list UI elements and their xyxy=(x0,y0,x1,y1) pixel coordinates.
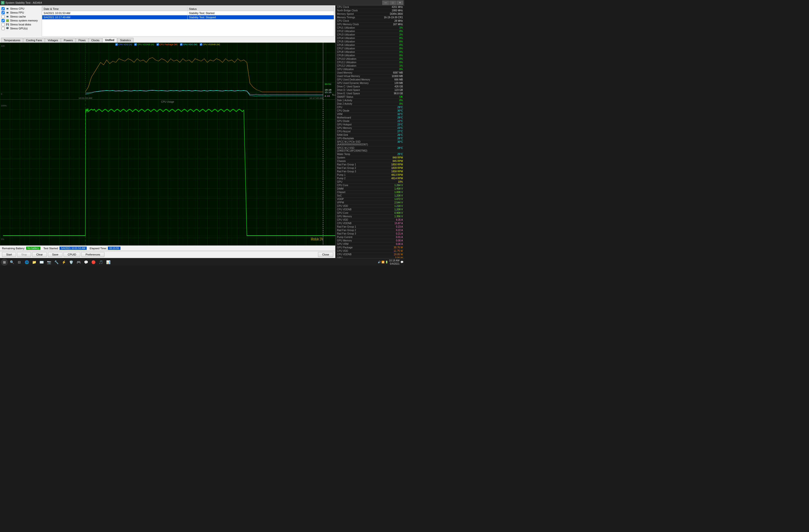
info-row: GPU Diode22°C xyxy=(335,119,404,123)
cpuid-button[interactable]: CPUID xyxy=(64,252,80,257)
taskbar-app3[interactable]: 🛡️ xyxy=(68,259,74,265)
log-status-1: Stability Test: Started xyxy=(187,11,334,15)
stress-disks-checkbox[interactable] xyxy=(1,23,5,26)
info-row: System848 RPM xyxy=(335,156,404,159)
taskbar-app4[interactable]: 🎮 xyxy=(75,259,82,265)
info-label: RAM-Sink xyxy=(337,134,383,136)
legend-cpuvddnbw[interactable]: CPU VDDNB (W) xyxy=(200,43,220,46)
info-label: Rad Fan Group 3 xyxy=(337,232,383,235)
window-close-button[interactable]: ✕ xyxy=(396,0,403,5)
minimize-button[interactable]: — xyxy=(382,0,389,5)
info-row: Rad Fan Group 11850 RPM xyxy=(335,163,404,166)
info-row: Motherboard29°C xyxy=(335,116,404,119)
legend-cpuvdd-check[interactable] xyxy=(115,43,118,46)
info-row: RAM-Sink26°C xyxy=(335,133,404,137)
taskbar-mail[interactable]: ✉️ xyxy=(38,259,45,265)
taskbar-explorer[interactable]: 📁 xyxy=(31,259,37,265)
info-value: 98.8 GB xyxy=(383,92,403,95)
stop-button[interactable]: Stop xyxy=(17,252,31,257)
stress-disks-label: Stress local disks xyxy=(10,23,31,26)
info-value: 30°C xyxy=(383,109,403,112)
tab-voltages[interactable]: Voltages xyxy=(45,38,61,42)
info-value: 2.544 V xyxy=(383,201,403,204)
legend-cpuvdo-check[interactable] xyxy=(180,43,183,46)
info-label: GPU xyxy=(337,181,383,183)
start-menu-button[interactable]: ⊞ xyxy=(1,259,8,265)
info-value: 139 MB xyxy=(383,82,403,84)
stress-gpus-checkbox[interactable] xyxy=(1,27,5,30)
log-row-selected[interactable]: 5/4/2021 10:17:49 AM Stability Test: Sto… xyxy=(42,15,334,19)
legend-cpupkg-check[interactable] xyxy=(156,43,159,46)
legend-cpuvddnb[interactable]: CPU VDDNB (A) xyxy=(134,43,154,46)
stress-option-memory[interactable]: 🟩 Stress system memory xyxy=(1,19,39,22)
taskbar-app5[interactable]: 💬 xyxy=(83,259,89,265)
graphs-section: CPU VDD (A) CPU VDDNB (A) CPU Package (W… xyxy=(0,43,335,245)
info-value: 25°C xyxy=(383,153,403,156)
stress-option-fpu[interactable]: 💻 Stress FPU xyxy=(1,11,39,14)
info-label: CPU11 Utilization xyxy=(337,61,383,64)
info-label: CPU Clock xyxy=(337,19,383,22)
tab-temperatures[interactable]: Temperatures xyxy=(1,38,23,42)
taskbar-app1[interactable]: 🔧 xyxy=(53,259,60,265)
info-row: CPU4 Utilization0% xyxy=(335,36,404,40)
stress-cache-checkbox[interactable] xyxy=(1,15,5,18)
info-label: VPPM xyxy=(337,201,383,204)
tab-flows[interactable]: Flows xyxy=(76,38,88,42)
stress-option-disks[interactable]: 💾 Stress local disks xyxy=(1,23,39,26)
info-row: Chipset1.008 V xyxy=(335,191,404,194)
info-value: 1.008 V xyxy=(383,191,403,193)
info-label: Drive C: Used Space xyxy=(337,85,383,88)
annotation-18: 18.18 xyxy=(325,89,331,91)
taskbar-camera[interactable]: 📷 xyxy=(46,259,52,265)
notification-icon[interactable]: 💬 xyxy=(400,261,403,263)
stress-memory-checkbox[interactable] xyxy=(1,19,5,22)
tab-cooling-fans[interactable]: Cooling Fans xyxy=(23,38,45,42)
info-value: DDR4-3800 xyxy=(383,13,403,15)
taskbar-app2[interactable]: ⚡ xyxy=(60,259,67,265)
tab-unified[interactable]: Unified xyxy=(102,37,117,42)
info-value: 29°C xyxy=(383,116,403,119)
legend-cpuvdd[interactable]: CPU VDD (A) xyxy=(115,43,132,46)
info-value: 1.356 V xyxy=(383,215,403,218)
clear-button[interactable]: Clear xyxy=(32,252,47,257)
legend-cpuvddnbw-check[interactable] xyxy=(200,43,202,46)
stress-fpu-checkbox[interactable] xyxy=(1,11,5,14)
info-label: GPU Memory xyxy=(337,127,383,130)
log-row[interactable]: 5/4/2021 10:01:53 AM Stability Test: Sta… xyxy=(42,11,334,15)
stress-option-cache[interactable]: 💻 Stress cache xyxy=(1,15,39,18)
gpus-icon: 🖥️ xyxy=(6,27,9,30)
info-value: 22°C xyxy=(383,120,403,122)
tab-powers[interactable]: Powers xyxy=(61,38,75,42)
test-started-value: 5/4/2021 10:01:53 AM xyxy=(59,246,87,250)
upper-graph: CPU VDD (A) CPU VDDNB (A) CPU Package (W… xyxy=(0,43,335,100)
legend-cpupkg[interactable]: CPU Package (W) xyxy=(156,43,178,46)
taskbar-search[interactable]: 🔍 xyxy=(8,259,15,265)
stress-cpu-checkbox[interactable] xyxy=(1,7,5,11)
info-row: GPU Utilization0% xyxy=(335,68,404,71)
info-value: 4201 MHz xyxy=(383,6,403,8)
preferences-button[interactable]: Preferences xyxy=(81,252,104,257)
taskbar: ⊞ 🔍 ⊟ 🌐 📁 ✉️ 📷 🔧 ⚡ 🛡️ 🎮 💬 🔴 🎵 📊 🔊 📶 🔋 10… xyxy=(0,258,404,266)
info-label: Rad Fan Group 1 xyxy=(337,225,383,228)
taskbar-app7[interactable]: 🎵 xyxy=(97,259,104,265)
tab-statistics[interactable]: Statistics xyxy=(117,38,134,42)
start-button[interactable]: Start xyxy=(2,252,16,257)
taskbar-app8[interactable]: 📊 xyxy=(105,259,111,265)
save-button[interactable]: Save xyxy=(48,252,63,257)
legend-cpuvddnb-check[interactable] xyxy=(134,43,137,46)
close-button[interactable]: Close xyxy=(318,252,333,257)
info-row: North Bridge Clock1900 MHz xyxy=(335,9,404,12)
info-label: CPU-Nozzel xyxy=(337,130,383,133)
title-bar-controls[interactable]: — □ ✕ xyxy=(382,0,403,5)
stress-option-cpu[interactable]: 💻 Stress CPU xyxy=(1,7,39,11)
tab-clocks[interactable]: Clocks xyxy=(89,38,102,42)
info-value: 1.208 V xyxy=(383,194,403,197)
taskbar-app6[interactable]: 🔴 xyxy=(90,259,97,265)
info-label: CPU12 Utilization xyxy=(337,65,383,67)
taskbar-task-view[interactable]: ⊟ xyxy=(16,259,23,265)
stress-option-gpus[interactable]: 🖥️ Stress GPU(s) xyxy=(1,27,39,30)
info-value: 0% xyxy=(383,44,403,47)
maximize-button[interactable]: □ xyxy=(389,0,396,5)
taskbar-edge[interactable]: 🌐 xyxy=(23,259,30,265)
legend-cpuvdo[interactable]: CPU VDO (W) xyxy=(180,43,197,46)
